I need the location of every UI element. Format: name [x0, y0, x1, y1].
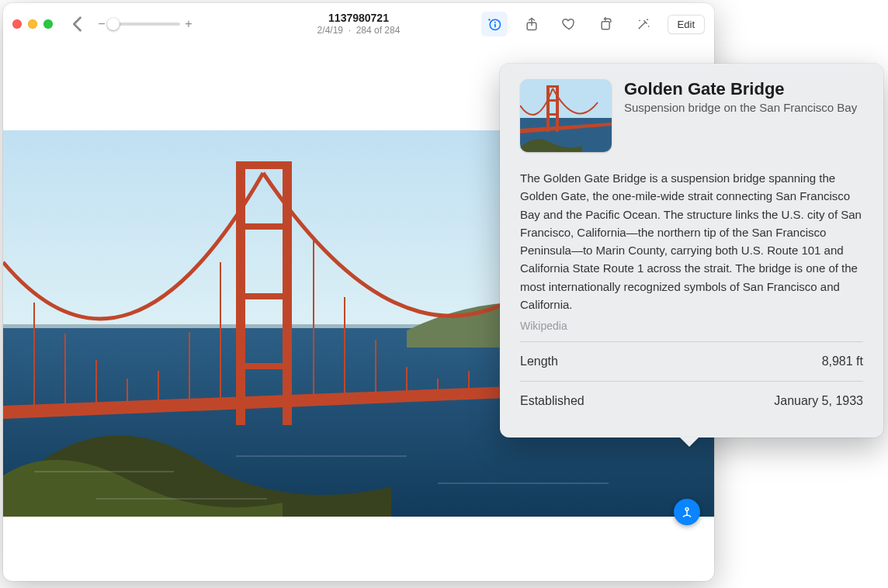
zoom-slider[interactable]: − +	[96, 17, 194, 31]
landmark-pin-icon	[680, 505, 694, 519]
panel-heading: Golden Gate Bridge Suspension bridge on …	[624, 79, 857, 114]
heart-icon	[561, 16, 577, 32]
panel-title: Golden Gate Bridge	[624, 79, 857, 99]
wand-icon	[636, 16, 651, 32]
fact-key: Length	[520, 355, 558, 368]
panel-thumbnail	[520, 79, 612, 152]
fact-value: January 5, 1933	[774, 394, 863, 408]
edit-button[interactable]: Edit	[668, 15, 705, 34]
back-button[interactable]	[67, 13, 88, 35]
fact-value: 8,981 ft	[822, 355, 863, 368]
svg-rect-12	[236, 293, 292, 299]
svg-rect-45	[546, 85, 550, 132]
enhance-button[interactable]	[630, 12, 657, 36]
photo-subtitle: 2/4/19 · 284 of 284	[317, 25, 401, 36]
panel-header: Golden Gate Bridge Suspension bridge on …	[520, 79, 863, 152]
visual-lookup-pin[interactable]	[674, 499, 700, 525]
fact-row: Length 8,981 ft	[520, 341, 863, 381]
svg-rect-4	[602, 22, 609, 29]
svg-rect-2	[494, 24, 496, 28]
title-block: 1137980721 2/4/19 · 284 of 284	[317, 12, 401, 36]
zoom-in-button[interactable]: +	[183, 17, 194, 31]
svg-rect-11	[236, 223, 292, 230]
svg-rect-47	[546, 85, 559, 88]
svg-point-1	[494, 22, 495, 23]
window-controls	[12, 19, 53, 29]
rotate-icon	[598, 16, 614, 32]
svg-rect-10	[236, 161, 292, 169]
share-button[interactable]	[519, 12, 545, 36]
visual-lookup-panel: Golden Gate Bridge Suspension bridge on …	[500, 64, 883, 438]
panel-subtitle: Suspension bridge on the San Francisco B…	[624, 101, 857, 114]
info-button[interactable]	[481, 12, 508, 36]
photo-title: 1137980721	[317, 12, 401, 25]
minimize-window-button[interactable]	[28, 19, 37, 29]
right-toolbar: Edit	[481, 12, 705, 36]
close-window-button[interactable]	[12, 19, 22, 29]
fullscreen-window-button[interactable]	[43, 19, 53, 29]
zoom-out-button[interactable]: −	[96, 17, 107, 31]
panel-description: The Golden Gate Bridge is a suspension b…	[520, 169, 863, 313]
info-sparkle-icon	[487, 16, 502, 32]
zoom-thumb[interactable]	[107, 18, 120, 30]
svg-rect-49	[546, 113, 559, 116]
zoom-track[interactable]	[110, 22, 180, 26]
share-icon	[524, 16, 539, 32]
fact-row: Established January 5, 1933	[520, 381, 863, 420]
chevron-left-icon	[67, 13, 88, 35]
panel-source[interactable]: Wikipedia	[520, 320, 863, 332]
svg-rect-46	[556, 85, 559, 132]
svg-rect-13	[236, 363, 292, 369]
toolbar: − + 1137980721 2/4/19 · 284 of 284	[3, 3, 714, 45]
favorite-button[interactable]	[556, 12, 582, 36]
fact-key: Established	[520, 394, 584, 408]
rotate-button[interactable]	[593, 12, 619, 36]
